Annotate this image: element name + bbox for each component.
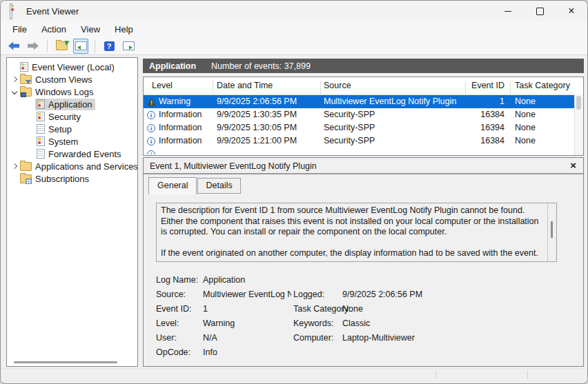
property-row: User: N/A Computer: Laptop-Multiviewer	[156, 332, 570, 346]
minimize-button[interactable]	[492, 1, 524, 21]
folder-filter-icon	[20, 75, 32, 84]
forward-button[interactable]	[26, 39, 41, 54]
minimize-icon	[504, 11, 511, 12]
property-label: Keywords:	[293, 319, 333, 328]
close-button[interactable]: ×	[556, 1, 587, 21]
property-value: N/A	[203, 333, 217, 343]
level-cell: Information	[159, 136, 202, 145]
event-description: The description for Event ID 1 from sour…	[156, 203, 557, 262]
statusbar	[1, 368, 587, 382]
tree-item-label: Application	[48, 99, 92, 110]
tree-item-system[interactable]: System	[7, 135, 137, 148]
property-row: Event ID: 1 Task Category: None	[156, 303, 570, 317]
menu-view[interactable]: View	[77, 23, 104, 36]
folder-icon	[20, 162, 32, 171]
tree-item-custom-views[interactable]: Custom Views	[7, 73, 137, 85]
warning-icon: !	[147, 98, 156, 106]
help-button[interactable]: ?	[101, 39, 117, 54]
level-cell: Information	[159, 110, 202, 119]
event-row-selected[interactable]: ! Warning 9/9/2025 2:06:56 PM Multiviewe…	[144, 95, 583, 108]
maximize-icon	[536, 8, 544, 15]
menu-help[interactable]: Help	[111, 23, 137, 36]
datetime-cell: 9/9/2025 2:06:56 PM	[217, 97, 297, 106]
back-icon	[8, 42, 19, 50]
tree-item-label: Event Viewer (Local)	[32, 62, 115, 72]
property-value: Application	[203, 275, 245, 285]
tree-item-label: Applications and Services Lo	[35, 161, 138, 172]
chevron-right-icon[interactable]	[10, 77, 19, 81]
chevron-right-icon[interactable]	[10, 164, 19, 168]
source-cell: Security-SPP	[324, 110, 375, 119]
event-row[interactable]: i Information 9/9/2025 1:30:05 PM Securi…	[144, 121, 583, 134]
information-icon: i	[147, 124, 155, 132]
column-header-date[interactable]: Date and Time	[217, 81, 273, 90]
details-tabs: General Details	[148, 177, 241, 194]
source-cell: Security-SPP	[324, 123, 375, 132]
back-button[interactable]	[6, 39, 21, 54]
column-header-level[interactable]: Level	[152, 81, 173, 90]
tree-item-applications-and-services-logs[interactable]: Applications and Services Lo	[7, 160, 137, 172]
log-icon	[37, 99, 45, 109]
column-header-source[interactable]: Source	[324, 81, 351, 90]
event-list: Level Date and Time Source Event ID Task…	[143, 77, 584, 156]
property-value: Warning	[203, 319, 235, 328]
toolbar-separator	[47, 40, 48, 52]
event-description-paragraph: If the event originated on another compu…	[161, 248, 544, 259]
event-viewer-window: Event Viewer × File Action View Help ? E…	[0, 0, 588, 384]
menu-file[interactable]: File	[9, 23, 30, 36]
tree-item-forwarded-events[interactable]: Forwarded Events	[7, 148, 137, 160]
tree-item-label: Setup	[48, 124, 72, 134]
folder-monitor-icon	[20, 88, 32, 97]
tree-item-label: Security	[48, 112, 81, 122]
maximize-button[interactable]	[524, 1, 556, 21]
tree-item-application[interactable]: Application	[7, 98, 137, 110]
page-icon	[37, 124, 45, 134]
event-description-paragraph: The description for Event ID 1 from sour…	[161, 205, 544, 238]
event-id-cell: 16384	[465, 110, 504, 119]
show-action-pane-button[interactable]	[121, 39, 136, 54]
log-header-bar: Application Number of events: 37,899	[143, 59, 584, 73]
column-header-event-id[interactable]: Event ID	[465, 81, 504, 90]
event-row-partial[interactable]: i	[144, 148, 583, 154]
tree-horizontal-scrollbar[interactable]	[14, 361, 117, 363]
property-label: Level:	[156, 319, 179, 328]
event-details-pane: Event 1, Multiviewer EventLog Notify Plu…	[143, 157, 584, 367]
show-console-tree-button[interactable]	[73, 39, 88, 54]
event-row[interactable]: i Information 9/9/2025 1:21:00 PM Securi…	[144, 134, 583, 148]
scrollbar-thumb[interactable]	[576, 96, 581, 110]
toolbar: ?	[1, 37, 587, 55]
tree-item-setup[interactable]: Setup	[7, 123, 137, 135]
menubar: File Action View Help	[1, 21, 587, 37]
property-row: Log Name: Application	[156, 274, 570, 288]
event-list-scrollbar[interactable]	[574, 94, 583, 155]
tree-item-label: Custom Views	[35, 74, 92, 85]
task-category-cell: None	[515, 110, 536, 119]
scrollbar-thumb[interactable]	[551, 221, 553, 238]
tree-item-security[interactable]: Security	[7, 110, 137, 123]
property-label: Computer:	[293, 333, 333, 343]
open-saved-log-button[interactable]	[54, 39, 69, 54]
chevron-down-icon[interactable]	[10, 90, 19, 94]
event-details-title: Event 1, Multiviewer EventLog Notify Plu…	[150, 161, 317, 171]
toolbar-separator	[95, 40, 95, 52]
tree-item-event-viewer-local[interactable]: Event Viewer (Local)	[7, 61, 137, 73]
property-value: Laptop-Multiviewer	[342, 333, 415, 343]
property-label: Log Name:	[156, 275, 198, 285]
log-icon	[37, 137, 45, 146]
property-value: Info	[203, 347, 217, 357]
close-details-icon[interactable]: ×	[570, 159, 576, 171]
tab-details[interactable]: Details	[197, 178, 240, 194]
event-properties: Log Name: Application Source: Multiviewe…	[156, 274, 570, 361]
description-scrollbar[interactable]	[547, 203, 556, 261]
task-category-cell: None	[515, 123, 536, 132]
task-category-cell: None	[515, 97, 536, 106]
column-header-task-category[interactable]: Task Category	[515, 81, 570, 90]
tree-item-subscriptions[interactable]: Subscriptions	[7, 172, 137, 185]
event-row[interactable]: i Information 9/9/2025 1:30:35 PM Securi…	[144, 108, 583, 121]
menu-action[interactable]: Action	[38, 23, 70, 36]
tree-item-windows-logs[interactable]: Windows Logs	[7, 85, 137, 98]
information-icon: i	[147, 150, 155, 154]
property-row: Level: Warning Keywords: Classic	[156, 317, 570, 332]
tab-general[interactable]: General	[148, 177, 197, 194]
information-icon: i	[147, 137, 155, 145]
